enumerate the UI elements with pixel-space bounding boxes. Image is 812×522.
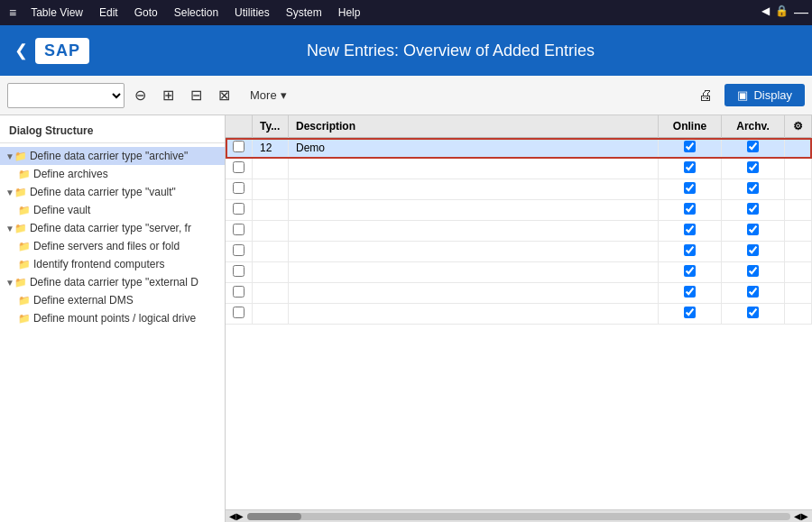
row-checkbox[interactable]	[233, 182, 245, 194]
sidebar-item-server-type[interactable]: ▼ 📁 Define data carrier type "server, fr	[0, 219, 225, 237]
row-settings	[785, 159, 812, 179]
row-checkbox[interactable]	[233, 141, 245, 152]
menu-utilities[interactable]: Utilities	[227, 5, 277, 21]
sidebar-item-define-vault[interactable]: 📁 Define vault	[0, 201, 225, 219]
row-description[interactable]	[289, 283, 659, 304]
window-back-icon[interactable]: ◀	[761, 5, 770, 21]
sidebar-item-identify-frontend[interactable]: 📁 Identify frontend computers	[0, 255, 225, 273]
archv-checkbox[interactable]	[747, 286, 759, 298]
scroll-right-end2-icon[interactable]: ▶	[801, 511, 808, 521]
sidebar-item-define-servers[interactable]: 📁 Define servers and files or fold	[0, 237, 225, 255]
row-description[interactable]: Demo	[289, 138, 659, 159]
menu-tableview[interactable]: Table View	[23, 5, 90, 21]
grid3-icon: ⊠	[218, 87, 230, 104]
menu-help[interactable]: Help	[331, 5, 368, 21]
row-archv	[722, 159, 785, 179]
window-lock-icon[interactable]: 🔒	[775, 5, 789, 21]
printer-button[interactable]: 🖨	[692, 83, 719, 108]
col-header-archv[interactable]: Archv.	[722, 115, 785, 138]
row-description[interactable]	[289, 242, 659, 262]
online-checkbox[interactable]	[684, 182, 696, 194]
row-checkbox[interactable]	[233, 203, 245, 215]
archv-checkbox[interactable]	[747, 307, 759, 318]
row-checkbox[interactable]	[233, 161, 245, 173]
sidebar-item-define-mount[interactable]: 📁 Define mount points / logical drive	[0, 309, 225, 327]
online-checkbox[interactable]	[684, 307, 696, 318]
row-checkbox[interactable]	[233, 224, 245, 235]
online-checkbox[interactable]	[684, 224, 696, 235]
online-checkbox[interactable]	[684, 286, 696, 298]
col-header-online[interactable]: Online	[659, 115, 722, 138]
col-header-type[interactable]: Ty...	[253, 115, 289, 138]
scroll-left-icon[interactable]: ◀	[229, 511, 236, 521]
row-archv	[722, 242, 785, 262]
table-row	[226, 200, 812, 221]
menu-selection[interactable]: Selection	[167, 5, 226, 21]
archv-checkbox[interactable]	[747, 203, 759, 215]
row-checkbox[interactable]	[233, 244, 245, 256]
archv-checkbox[interactable]	[747, 265, 759, 277]
sidebar-item-archive-type[interactable]: ▼ 📁 Define data carrier type "archive"	[0, 147, 225, 165]
app-header: ❮ SAP New Entries: Overview of Added Ent…	[0, 25, 812, 76]
archv-checkbox[interactable]	[747, 244, 759, 256]
scroll-right-end-icon[interactable]: ◀	[794, 511, 801, 521]
row-type	[253, 262, 289, 283]
col-header-settings[interactable]: ⚙	[785, 115, 812, 138]
sidebar-item-external-type[interactable]: ▼ 📁 Define data carrier type "external D	[0, 273, 225, 291]
sidebar-item-define-ext-dms[interactable]: 📁 Define external DMS	[0, 291, 225, 309]
folder-icon: 📁	[18, 295, 31, 307]
row-online	[659, 138, 722, 159]
toolbar-minus-button[interactable]: ⊖	[128, 83, 152, 108]
online-checkbox[interactable]	[684, 203, 696, 215]
row-description[interactable]	[289, 262, 659, 283]
expand-icon: ▼	[5, 224, 14, 234]
sidebar-item-vault-type[interactable]: ▼ 📁 Define data carrier type "vault"	[0, 183, 225, 201]
sidebar-item-label: Define data carrier type "archive"	[30, 150, 188, 162]
table-row: 12Demo	[226, 138, 812, 159]
col-header-description[interactable]: Description	[289, 115, 659, 138]
menu-system[interactable]: System	[279, 5, 329, 21]
row-checkbox[interactable]	[233, 307, 245, 318]
hamburger-icon[interactable]: ≡	[4, 4, 22, 22]
archv-checkbox[interactable]	[747, 141, 759, 152]
online-checkbox[interactable]	[684, 265, 696, 277]
toolbar-grid1-button[interactable]: ⊞	[156, 83, 180, 108]
row-online	[659, 179, 722, 200]
archv-checkbox[interactable]	[747, 161, 759, 173]
archv-checkbox[interactable]	[747, 224, 759, 235]
row-checkbox[interactable]	[233, 286, 245, 298]
row-archv	[722, 138, 785, 159]
online-checkbox[interactable]	[684, 161, 696, 173]
toolbar-grid2-button[interactable]: ⊟	[184, 83, 208, 108]
window-minimize-icon[interactable]: —	[794, 5, 808, 21]
folder-icon: 📁	[18, 205, 31, 216]
row-description[interactable]	[289, 159, 659, 179]
row-type	[253, 179, 289, 200]
sidebar-item-label: Define mount points / logical drive	[33, 312, 196, 325]
row-description[interactable]	[289, 304, 659, 325]
online-checkbox[interactable]	[684, 244, 696, 256]
sidebar-item-define-archives[interactable]: 📁 Define archives	[0, 165, 225, 183]
toolbar-select[interactable]	[7, 83, 125, 108]
scroll-right-icon[interactable]: ▶	[236, 511, 244, 521]
row-type	[253, 242, 289, 262]
row-description[interactable]	[289, 221, 659, 242]
archv-checkbox[interactable]	[747, 182, 759, 194]
row-checkbox[interactable]	[233, 265, 245, 277]
online-checkbox[interactable]	[684, 141, 696, 152]
more-label: More	[250, 88, 277, 102]
folder-icon: 📁	[18, 313, 31, 325]
table-row	[226, 242, 812, 262]
toolbar-grid3-button[interactable]: ⊠	[212, 83, 236, 108]
row-archv	[722, 262, 785, 283]
menu-edit[interactable]: Edit	[92, 5, 125, 21]
row-description[interactable]	[289, 200, 659, 221]
display-button[interactable]: ▣ Display	[724, 84, 805, 106]
back-button[interactable]: ❮	[14, 41, 28, 60]
more-button[interactable]: More ▾	[240, 83, 297, 108]
menu-goto[interactable]: Goto	[127, 5, 165, 21]
row-description[interactable]	[289, 179, 659, 200]
bottom-scrollbar[interactable]: ◀ ▶ ◀ ▶	[226, 509, 812, 522]
expand-icon: ▼	[5, 188, 14, 197]
row-settings	[785, 304, 812, 325]
